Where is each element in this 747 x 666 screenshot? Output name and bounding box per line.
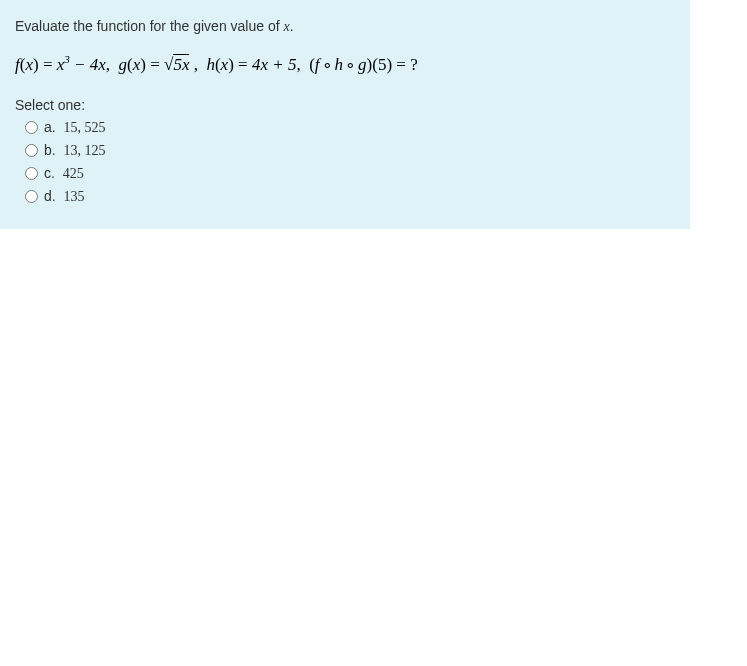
radio-a[interactable] [25,121,38,134]
radio-d[interactable] [25,190,38,203]
question-prompt: Evaluate the function for the given valu… [15,18,675,35]
math-expression: f(x) = x3 − 4x, g(x) = √5x , h(x) = 4x +… [15,53,675,75]
option-c[interactable]: c. 425 [25,165,675,182]
option-label: b. 13, 125 [44,142,106,159]
radio-c[interactable] [25,167,38,180]
options-group: a. 15, 525 b. 13, 125 c. 425 d. 135 [15,119,675,205]
question-container: Evaluate the function for the given valu… [0,0,690,229]
option-a[interactable]: a. 15, 525 [25,119,675,136]
option-d[interactable]: d. 135 [25,188,675,205]
prompt-text: Evaluate the function for the given valu… [15,18,284,34]
option-label: c. 425 [44,165,84,182]
select-one-label: Select one: [15,97,675,113]
h-func-label: h [206,55,215,74]
option-label: a. 15, 525 [44,119,106,136]
option-b[interactable]: b. 13, 125 [25,142,675,159]
option-label: d. 135 [44,188,85,205]
radio-b[interactable] [25,144,38,157]
g-func-label: g [119,55,128,74]
